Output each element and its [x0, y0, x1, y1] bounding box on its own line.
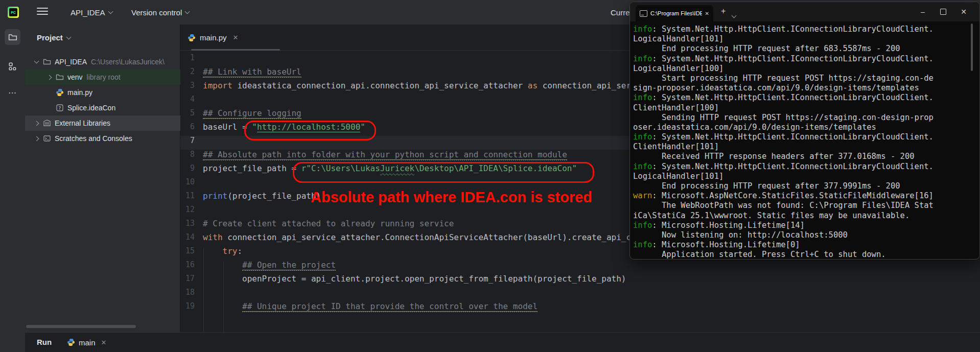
code-line-15: try: [203, 246, 242, 260]
more-tool-windows-button[interactable]: ⋯ [5, 85, 20, 101]
minimize-button[interactable]: – [913, 2, 933, 21]
folder-icon [55, 73, 64, 82]
chevron-right-icon[interactable] [46, 75, 52, 80]
terminal-title-bar[interactable]: C:\Program Files\IDEA StatiCa ✕ + – ✕ [630, 2, 979, 21]
code-line-5: ## Configure logging [203, 108, 301, 122]
python-icon [55, 88, 64, 97]
console-line: info: System.Net.Http.HttpClient.IConnec… [633, 132, 970, 142]
line-number: 16 [181, 260, 195, 274]
project-panel-header[interactable]: Project [37, 33, 71, 42]
console-line: info: System.Net.Http.HttpClient.IConnec… [633, 25, 970, 34]
python-file-icon [188, 34, 196, 42]
tree-row-external-libraries[interactable]: External Libraries [25, 115, 180, 131]
project-panel: Project API_IDEAC:\Users\LukasJuricek\ve… [25, 25, 180, 332]
minimize-icon: – [921, 8, 925, 16]
scratch-icon [42, 134, 51, 143]
tree-row-splice-ideacon[interactable]: ?Splice.ideaCon [25, 100, 180, 115]
folder-icon [42, 58, 51, 66]
vcs-widget-label: Version control [131, 8, 182, 17]
terminal-tab-title: C:\Program Files\IDEA StatiCa [650, 10, 702, 16]
console-line: LogicalHandler[101] [633, 34, 970, 44]
line-number: 19 [181, 301, 195, 315]
chevron-down-icon [732, 13, 737, 18]
tree-item-label: Splice.ideaCon [67, 104, 115, 112]
tree-item-label: main.py [67, 88, 92, 97]
line-number: 18 [181, 288, 195, 301]
console-line: info: System.Net.Http.HttpClient.IConnec… [633, 54, 970, 64]
project-tree: API_IDEAC:\Users\LukasJuricek\venvlibrar… [25, 54, 180, 146]
run-tab-main[interactable]: main ✕ [67, 333, 106, 352]
code-line-2: ## Link with baseUrl [203, 67, 301, 81]
tree-item-label: API_IDEA [55, 58, 87, 66]
console-line: warn: Microsoft.AspNetCore.StaticFiles.S… [633, 191, 970, 201]
library-icon [42, 119, 51, 128]
line-number: 11 [181, 191, 195, 205]
command-prompt-icon [640, 10, 647, 17]
console-line: Sending HTTP request POST https://stagin… [633, 113, 970, 123]
tab-main-py[interactable]: main.py ✕ [188, 25, 238, 51]
line-number: 10 [181, 177, 195, 191]
close-icon[interactable]: ✕ [101, 339, 107, 346]
console-line: The WebRootPath was not found: C:\Progra… [633, 201, 970, 210]
console-line: info: System.Net.Http.HttpClient.IConnec… [633, 162, 970, 172]
question-icon: ? [55, 104, 64, 112]
tree-item-label: External Libraries [55, 119, 110, 127]
structure-tool-button[interactable] [5, 58, 20, 74]
run-config-partial-label: Curre [611, 0, 629, 25]
chevron-right-icon[interactable] [34, 136, 39, 141]
project-horizontal-scrollbar[interactable] [26, 325, 136, 328]
terminal-tab[interactable]: C:\Program Files\IDEA StatiCa ✕ [636, 5, 713, 21]
tree-row-venv[interactable]: venvlibrary root [25, 69, 180, 85]
terminal-output[interactable]: info: System.Net.Http.HttpClient.IConnec… [633, 25, 970, 259]
line-number: 17 [181, 274, 195, 288]
chevron-down-icon [185, 9, 190, 14]
code-line-17: openProject = api_client.project.open_pr… [203, 274, 626, 288]
console-line: oser.ideastatica.com/api/9.0/design-item… [633, 123, 970, 132]
pycharm-logo-icon: PC [8, 7, 19, 18]
svg-text:?: ? [58, 106, 61, 111]
line-number: 9 [181, 163, 195, 177]
console-line: info: Microsoft.Hosting.Lifetime[14] [633, 221, 970, 230]
main-menu-icon[interactable] [37, 8, 48, 16]
code-line-9: project_file_path = r"C:\Users\LukasJuri… [203, 163, 577, 177]
close-icon[interactable]: ✕ [705, 11, 709, 16]
folder-icon [8, 33, 17, 42]
chevron-down-icon[interactable] [34, 59, 39, 64]
terminal-scrollbar[interactable] [971, 24, 973, 71]
tree-row-api-idea[interactable]: API_IDEAC:\Users\LukasJuricek\ [25, 54, 180, 69]
code-line-11: print(project_file_path) [203, 191, 321, 205]
code-line-8: ## Absolute path into folder with your p… [203, 150, 567, 163]
code-line-16: ## Open the project [203, 260, 336, 274]
pycharm-window: PC API_IDEA Version control Curre ⋯ [0, 0, 980, 352]
line-number: 8 [181, 150, 195, 163]
line-number: 6 [181, 122, 195, 136]
line-number: 5 [181, 108, 195, 122]
tree-item-label: Scratches and Consoles [55, 134, 132, 143]
console-line: Received HTTP response headers after 377… [633, 152, 970, 161]
tab-dropdown-button[interactable] [732, 10, 736, 19]
console-line: LogicalHandler[100] [633, 64, 970, 74]
close-icon: ✕ [961, 8, 967, 16]
annotation-note: Absolute path where IDEA.con is stored [311, 189, 592, 206]
structure-icon [8, 62, 17, 71]
project-tool-button[interactable] [5, 29, 20, 45]
project-widget-label: API_IDEA [71, 8, 105, 17]
run-tool-window-bar: Run main ✕ [25, 332, 980, 352]
console-line: info: System.Net.Http.HttpClient.IConnec… [633, 93, 970, 103]
maximize-button[interactable] [933, 2, 953, 21]
tree-row-scratches-and-consoles[interactable]: Scratches and Consoles [25, 131, 180, 146]
project-widget[interactable]: API_IDEA [71, 0, 112, 25]
chevron-right-icon[interactable] [34, 121, 39, 126]
chevron-down-icon [108, 9, 113, 14]
console-line: iCa\StatiCa 25.1\wwwroot. Static files m… [633, 211, 970, 221]
close-icon[interactable]: ✕ [233, 34, 239, 41]
code-line-13: # Create client attached to already runn… [203, 219, 454, 232]
close-window-button[interactable]: ✕ [953, 2, 974, 21]
activity-bar: ⋯ ⚙ [0, 25, 25, 352]
more-icon: ⋯ [8, 88, 17, 98]
code-line-14: with connection_api_service_attacher.Con… [203, 232, 656, 246]
new-tab-button[interactable]: + [721, 7, 726, 16]
vcs-widget[interactable]: Version control [131, 0, 189, 25]
maximize-icon [940, 9, 946, 15]
tree-row-main-py[interactable]: main.py [25, 85, 180, 100]
